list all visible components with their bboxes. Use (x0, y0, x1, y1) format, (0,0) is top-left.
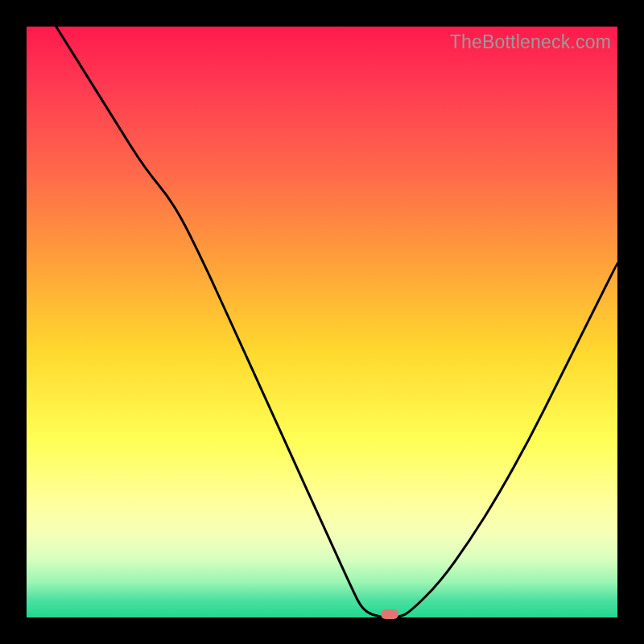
plot-area: TheBottleneck.com (27, 27, 617, 617)
bottleneck-curve (27, 27, 617, 617)
optimum-marker (381, 609, 398, 619)
curve-path (56, 27, 617, 617)
chart-frame: TheBottleneck.com (0, 0, 644, 644)
